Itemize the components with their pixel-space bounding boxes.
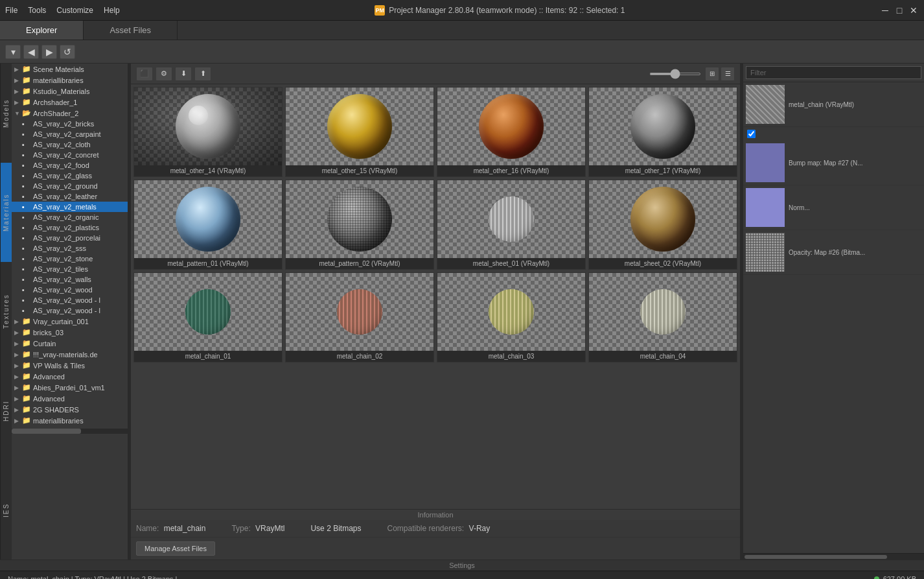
sidebar-item-stone[interactable]: ▪AS_vray_v2_stone (12, 254, 128, 264)
mat-cell-1[interactable]: metal_other_15 (VRayMtl) (285, 87, 434, 177)
tool-btn-3[interactable]: ⬇ (175, 67, 192, 81)
size-slider[interactable] (649, 73, 701, 75)
sidebar-item-kstudio[interactable]: ▶📁Kstudio_Materials (12, 86, 128, 97)
list-view-btn[interactable]: ☰ (721, 67, 735, 81)
manage-btn-row: Manage Asset Files (131, 537, 740, 560)
material-grid: metal_other_14 (VRayMtl) metal_other_15 … (131, 84, 740, 509)
sidebar-item-ground[interactable]: ▪AS_vray_v2_ground (12, 181, 128, 191)
refresh-button[interactable]: ↺ (60, 45, 75, 59)
status-right: 627.00 KB (874, 575, 916, 580)
mat-cell-3[interactable]: metal_other_17 (VRayMtl) (588, 87, 737, 177)
close-button[interactable]: ✕ (908, 5, 919, 16)
sidebar-item-glass[interactable]: ▪AS_vray_v2_glass (12, 171, 128, 181)
info-compatible-value: V-Ray (469, 524, 491, 533)
menu-help[interactable]: Help (104, 6, 120, 15)
tab-explorer[interactable]: Explorer (0, 21, 84, 40)
tab-asset-files[interactable]: Asset Files (84, 21, 178, 40)
forward-button[interactable]: ▶ (41, 45, 57, 59)
sidebar-item-advanced2[interactable]: ▶📁Advanced (12, 393, 128, 404)
back-button[interactable]: ◀ (23, 45, 39, 59)
sidebar-item-2gshaders[interactable]: ▶📁2G SHADERS (12, 404, 128, 415)
sidebar-item-carpaint[interactable]: ▪AS_vray_v2_carpaint (12, 129, 128, 139)
menu-file[interactable]: File (5, 6, 17, 15)
info-use-value: Use 2 Bitmaps (310, 524, 361, 533)
maximize-button[interactable]: □ (894, 5, 905, 16)
status-dot (874, 576, 879, 580)
sidebar-item-plastics[interactable]: ▪AS_vray_v2_plastics (12, 222, 128, 233)
asset-item-0[interactable]: metal_chain (VRayMtl) (743, 82, 924, 127)
side-label-textures[interactable]: Textures (0, 262, 12, 361)
asset-checkbox[interactable] (747, 130, 756, 138)
mat-thumb-0 (134, 88, 282, 165)
sidebar-item-matlib2[interactable]: ▶📁materiallibraries (12, 415, 128, 426)
sidebar-item-cloth[interactable]: ▪AS_vray_v2_cloth (12, 139, 128, 150)
sidebar-item-organic[interactable]: ▪AS_vray_v2_organic (12, 212, 128, 222)
asset-thumb-0 (746, 85, 785, 124)
mat-cell-0[interactable]: metal_other_14 (VRayMtl) (133, 87, 283, 177)
sidebar-item-curtain[interactable]: ▶📁Curtain (12, 338, 128, 349)
sidebar-item-scene-materials[interactable]: ▶📁Scene Materials (12, 64, 128, 75)
mat-cell-7[interactable]: metal_sheet_02 (VRayMtl) (588, 180, 737, 270)
mat-thumb-1 (286, 88, 433, 165)
dropdown-button[interactable]: ▾ (5, 45, 21, 59)
sidebar-item-vray-mat[interactable]: ▶📁!!!_vray-materials.de (12, 349, 128, 360)
sidebar-item-bricks03[interactable]: ▶📁bricks_03 (12, 327, 128, 338)
sidebar-item-sss[interactable]: ▪AS_vray_v2_sss (12, 243, 128, 254)
sidebar-item-tiles[interactable]: ▪AS_vray_v2_tiles (12, 264, 128, 274)
mat-thumb-5 (286, 180, 433, 258)
sidebar-item-porcelai[interactable]: ▪AS_vray_v2_porcelai (12, 233, 128, 243)
sidebar-item-metals[interactable]: ▪AS_vray_v2_metals (12, 202, 128, 212)
manage-asset-files-button[interactable]: Manage Asset Files (136, 541, 215, 556)
mat-cell-2[interactable]: metal_other_16 (VRayMtl) (437, 87, 586, 177)
menu-tools[interactable]: Tools (28, 6, 46, 15)
mat-name-7: metal_sheet_02 (VRayMtl) (589, 258, 737, 269)
grid-tools-right: ⊞ ☰ (649, 67, 735, 81)
mat-cell-4[interactable]: metal_pattern_01 (VRayMtl) (133, 180, 283, 270)
minimize-button[interactable]: ─ (880, 5, 890, 16)
asset-item-2[interactable]: Norm... (743, 185, 924, 230)
mat-cell-8[interactable]: metal_chain_01 (133, 272, 283, 362)
sidebar-item-archshader1[interactable]: ▶📁Archshader_1 (12, 97, 128, 108)
sidebar-item-archshader2[interactable]: ▼📂ArchShader_2 (12, 108, 128, 119)
mat-name-11: metal_chain_04 (589, 351, 737, 362)
side-label-ies[interactable]: IES (0, 460, 12, 560)
asset-item-1[interactable]: Bump map: Map #27 (N... (743, 141, 924, 185)
mat-cell-10[interactable]: metal_chain_03 (437, 272, 586, 362)
grid-view-btn[interactable]: ⊞ (705, 67, 719, 81)
info-type-row: Type: VRayMtl (231, 524, 284, 533)
mat-name-4: metal_pattern_01 (VRayMtl) (134, 258, 282, 269)
right-panel: metal_chain (VRayMtl) Bump map: Map #27 … (743, 64, 924, 560)
side-label-models[interactable]: Models (0, 64, 12, 163)
sidebar-item-advanced1[interactable]: ▶📁Advanced (12, 371, 128, 382)
sidebar-item-food[interactable]: ▪AS_vray_v2_food (12, 160, 128, 171)
sidebar-item-wood-l2[interactable]: ▪AS_vray_v2_wood - l (12, 305, 128, 316)
mat-name-5: metal_pattern_02 (VRayMtl) (286, 258, 433, 269)
sidebar-item-leather[interactable]: ▪AS_vray_v2_leather (12, 191, 128, 202)
sidebar-item-vray-curtain[interactable]: ▶📁Vray_curtain_001 (12, 316, 128, 327)
tool-btn-1[interactable]: ⬛ (136, 67, 153, 81)
tool-btn-4[interactable]: ⬆ (194, 67, 211, 81)
sidebar-item-concret[interactable]: ▪AS_vray_v2_concret (12, 150, 128, 160)
sidebar-item-bricks[interactable]: ▪AS_vray_v2_bricks (12, 119, 128, 129)
menu-customize[interactable]: Customize (56, 6, 93, 15)
window-controls[interactable]: ─ □ ✕ (880, 5, 919, 16)
sidebar-item-materiallibraries[interactable]: ▶📁materiallibraries (12, 75, 128, 86)
mat-cell-11[interactable]: metal_chain_04 (588, 272, 737, 362)
sidebar-item-wood[interactable]: ▪AS_vray_v2_wood (12, 285, 128, 295)
sidebar-item-walls[interactable]: ▪AS_vray_v2_walls (12, 274, 128, 285)
asset-item-3[interactable]: Opacity: Map #26 (Bitma... (743, 230, 924, 275)
right-panel-hscroll[interactable] (743, 553, 924, 560)
mat-cell-6[interactable]: metal_sheet_01 (VRayMtl) (437, 180, 586, 270)
sidebar-item-abies[interactable]: ▶📁Abies_Pardei_01_vm1 (12, 382, 128, 393)
tool-btn-2[interactable]: ⚙ (156, 67, 172, 81)
mat-cell-9[interactable]: metal_chain_02 (285, 272, 434, 362)
sidebar-item-wood-l1[interactable]: ▪AS_vray_v2_wood - l (12, 295, 128, 305)
size-slider-container (649, 73, 701, 75)
mat-cell-5[interactable]: metal_pattern_02 (VRayMtl) (285, 180, 434, 270)
side-label-hdri[interactable]: HDRI (0, 361, 12, 460)
sidebar-item-vp-walls[interactable]: ▶📁VP Walls & Tiles (12, 360, 128, 371)
filter-input[interactable] (746, 66, 921, 79)
side-label-materials[interactable]: Materials (0, 163, 12, 262)
menu-bar[interactable]: File Tools Customize Help (5, 6, 120, 15)
mat-thumb-6 (437, 180, 585, 258)
